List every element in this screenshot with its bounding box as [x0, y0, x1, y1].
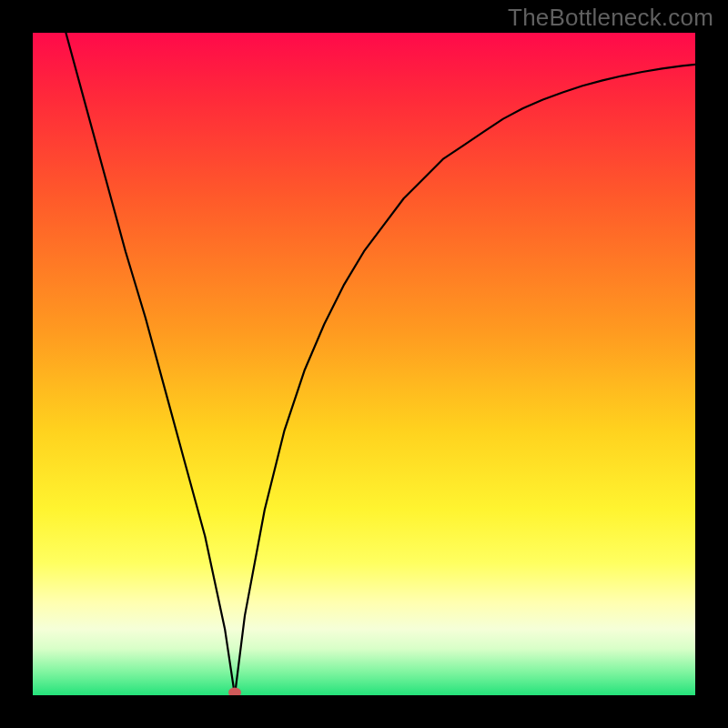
curve-svg	[33, 33, 695, 695]
bottleneck-curve	[66, 33, 695, 695]
plot-area	[33, 33, 695, 695]
min-point-marker	[228, 688, 241, 696]
watermark-text: TheBottleneck.com	[508, 4, 713, 32]
chart-frame: TheBottleneck.com	[0, 0, 728, 728]
